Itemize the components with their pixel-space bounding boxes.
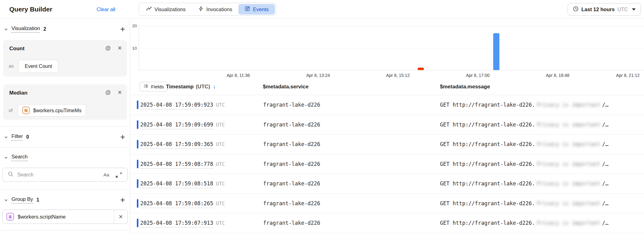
list-icon bbox=[143, 83, 149, 90]
chevron-down-icon[interactable] bbox=[4, 155, 8, 160]
timestamp-value: 2025-04-08 17:59:08:265 bbox=[140, 200, 213, 208]
add-filter-button[interactable]: + bbox=[120, 133, 125, 141]
chevron-down-icon[interactable] bbox=[4, 135, 8, 140]
add-group-by-button[interactable]: + bbox=[120, 196, 125, 204]
message-value: GET http://fragrant-lake-d226.Privacy is… bbox=[440, 141, 608, 147]
message-value: GET http://fragrant-lake-d226.Privacy is… bbox=[440, 102, 608, 108]
message-value: GET http://fragrant-lake-d226.Privacy is… bbox=[440, 161, 608, 167]
chart-plot: 1020Apr 8, 11:36Apr 8, 13:24Apr 8, 15:12… bbox=[139, 26, 644, 70]
count-visualization-card: Count @ ✕ as Event Count bbox=[3, 40, 127, 77]
regex-icon[interactable]: * bbox=[115, 171, 122, 178]
column-header-service: $metadata.service bbox=[263, 81, 308, 92]
caret-down-icon bbox=[632, 8, 636, 11]
chevron-down-icon[interactable] bbox=[4, 198, 8, 202]
fields-button[interactable]: Fields bbox=[139, 82, 168, 91]
group-by-count: 1 bbox=[37, 197, 39, 203]
event-count-button[interactable]: Event Count bbox=[18, 60, 59, 73]
search-section-title: Search bbox=[11, 154, 28, 161]
timestamp-timezone: UTC bbox=[216, 122, 225, 128]
median-field-pill[interactable]: N $workers.cpuTimeMs bbox=[18, 104, 86, 117]
message-value: GET http://fragrant-lake-d226.Privacy is… bbox=[440, 220, 608, 226]
chart-bar-red bbox=[418, 68, 424, 70]
chevron-down-icon[interactable] bbox=[4, 27, 8, 32]
filter-section-title: Filter bbox=[11, 133, 23, 141]
x-axis-tick-label: Apr 8, 11:36 bbox=[227, 73, 250, 78]
tab-invocations[interactable]: Invocations bbox=[192, 4, 238, 15]
table-row[interactable]: 2025-04-08 17:59:08:778UTC fragrant-lake… bbox=[130, 154, 644, 174]
tab-events[interactable]: Events bbox=[238, 4, 275, 15]
x-axis-tick-label: Apr 8, 21:12 bbox=[616, 73, 640, 78]
filter-section-header: Filter 0 + bbox=[0, 131, 130, 143]
x-axis-tick-label: Apr 8, 17:00 bbox=[466, 73, 490, 78]
y-axis-line bbox=[139, 26, 139, 70]
event-indicator-bar bbox=[137, 100, 138, 109]
table-row[interactable]: 2025-04-08 17:59:07:913UTC fragrant-lake… bbox=[130, 213, 644, 233]
close-icon[interactable]: ✕ bbox=[118, 89, 122, 96]
fields-button-label: Fields bbox=[151, 84, 164, 90]
match-case-icon[interactable]: Aa bbox=[103, 172, 109, 178]
main-content: 1020Apr 8, 11:36Apr 8, 13:24Apr 8, 15:12… bbox=[130, 19, 644, 235]
service-value: fragrant-lake-d226 bbox=[263, 180, 320, 187]
service-value: fragrant-lake-d226 bbox=[263, 200, 320, 206]
event-indicator-bar bbox=[137, 219, 138, 227]
number-type-badge: N bbox=[22, 107, 30, 114]
divider bbox=[0, 126, 130, 127]
x-axis-tick-label: Apr 8, 15:12 bbox=[386, 73, 410, 78]
timestamp-timezone: UTC bbox=[216, 161, 225, 167]
group-by-section-header: Group By 1 + bbox=[0, 194, 130, 206]
message-value: GET http://fragrant-lake-d226.Privacy is… bbox=[440, 180, 608, 187]
at-icon[interactable]: @ bbox=[105, 45, 111, 51]
service-value: fragrant-lake-d226 bbox=[263, 220, 320, 226]
top-bar: Query Builder Clear all Visualizations bbox=[0, 0, 644, 19]
group-by-field-pill[interactable]: S $workers.scriptName ✕ bbox=[2, 210, 128, 224]
time-range-timezone: UTC bbox=[617, 7, 628, 12]
message-value: GET http://fragrant-lake-d226.Privacy is… bbox=[440, 200, 608, 206]
timestamp-value: 2025-04-08 17:59:09:699 bbox=[140, 122, 213, 129]
sort-desc-icon[interactable]: ↓ bbox=[213, 83, 216, 90]
redacted-text: Privacy is important bbox=[537, 102, 600, 108]
search-section-header: Search bbox=[0, 151, 130, 164]
table-row[interactable]: 2025-04-08 17:59:09:923UTC fragrant-lake… bbox=[130, 95, 644, 115]
timestamp-value: 2025-04-08 17:59:09:923 bbox=[140, 102, 213, 109]
redacted-text: Privacy is important bbox=[537, 220, 600, 226]
at-icon[interactable]: @ bbox=[105, 89, 111, 96]
group-by-section-title: Group By bbox=[11, 196, 33, 204]
remove-group-by-icon[interactable]: ✕ bbox=[114, 214, 127, 220]
chart-line-icon bbox=[146, 6, 152, 13]
view-tabs: Visualizations Invocations Events bbox=[139, 3, 276, 16]
redacted-text: Privacy is important bbox=[537, 161, 600, 167]
timestamp-timezone: UTC bbox=[216, 141, 225, 147]
group-by-field-name: $workers.scriptName bbox=[18, 214, 114, 220]
timestamp-value: 2025-04-08 17:59:08:778 bbox=[140, 161, 213, 169]
visualization-section-header: Visualization 2 + bbox=[0, 23, 130, 35]
time-range-button[interactable]: Last 12 hours UTC bbox=[568, 3, 641, 16]
clear-all-link[interactable]: Clear all bbox=[97, 0, 115, 19]
table-row[interactable]: 2025-04-08 17:59:08:518UTC fragrant-lake… bbox=[130, 174, 644, 194]
lightning-icon bbox=[198, 6, 204, 13]
column-header-timestamp[interactable]: Timestamp(UTC)↓ bbox=[166, 81, 216, 92]
median-visualization-card: Median @ ✕ of N $workers.cpuTimeMs bbox=[3, 84, 127, 120]
tab-label: Visualizations bbox=[154, 7, 186, 12]
add-visualization-button[interactable]: + bbox=[120, 25, 125, 33]
timestamp-timezone: UTC bbox=[216, 102, 225, 108]
event-rows: 2025-04-08 17:59:09:923UTC fragrant-lake… bbox=[130, 95, 644, 233]
table-row[interactable]: 2025-04-08 17:59:09:699UTC fragrant-lake… bbox=[130, 115, 644, 135]
gridline bbox=[139, 48, 644, 48]
close-icon[interactable]: ✕ bbox=[118, 45, 122, 51]
timestamp-value: 2025-04-08 17:59:07:913 bbox=[140, 220, 213, 228]
divider bbox=[0, 147, 130, 148]
clock-icon bbox=[573, 6, 579, 13]
x-axis-tick-label: Apr 8, 18:48 bbox=[546, 73, 569, 78]
search-input[interactable] bbox=[17, 172, 103, 178]
table-row[interactable]: 2025-04-08 17:59:08:265UTC fragrant-lake… bbox=[130, 194, 644, 214]
column-header-message: $metadata.message bbox=[440, 81, 490, 92]
service-value: fragrant-lake-d226 bbox=[263, 102, 320, 108]
search-icon bbox=[3, 171, 14, 178]
tab-visualizations[interactable]: Visualizations bbox=[140, 4, 192, 15]
event-indicator-bar bbox=[137, 179, 138, 188]
table-row[interactable]: 2025-04-08 17:59:09:365UTC fragrant-lake… bbox=[130, 135, 644, 154]
timestamp-value: 2025-04-08 17:59:08:518 bbox=[140, 180, 213, 188]
event-indicator-bar bbox=[137, 120, 138, 129]
median-card-title: Median bbox=[9, 90, 28, 96]
chart-bar-blue bbox=[493, 33, 499, 70]
